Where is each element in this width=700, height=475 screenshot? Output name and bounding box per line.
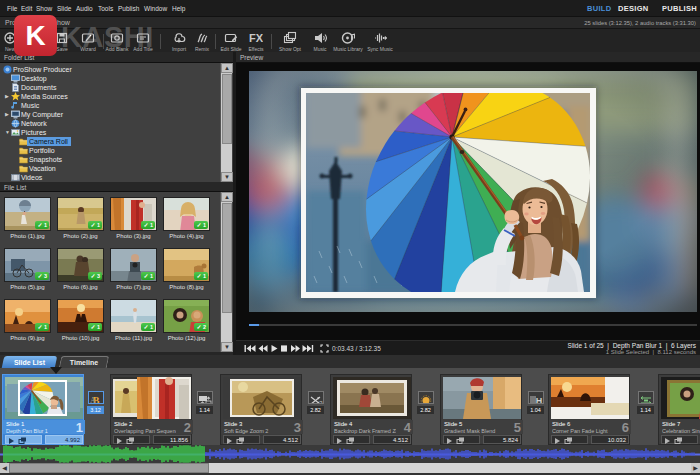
- svg-text:FX: FX: [249, 32, 263, 44]
- svg-text:A: A: [90, 396, 96, 404]
- svg-text:2: 2: [319, 400, 323, 404]
- svg-text:H: H: [535, 396, 542, 404]
